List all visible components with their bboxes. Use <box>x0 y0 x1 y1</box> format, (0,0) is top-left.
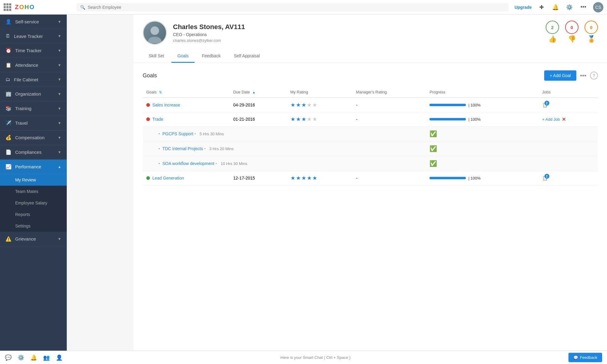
sidebar-item-self-service[interactable]: 👤Self-service ▼ <box>0 15 67 29</box>
svg-point-0 <box>151 26 159 35</box>
employee-avatar <box>143 21 167 45</box>
job-icon[interactable]: 📋2 <box>542 103 548 107</box>
grievance-icon: ⚠️ <box>5 236 12 242</box>
sidebar-item-compliances[interactable]: 📄Compliances ▼ <box>0 145 67 160</box>
negative-badge: 0 👎 <box>565 21 578 43</box>
feedback-button[interactable]: 💬 Feedback <box>568 353 602 362</box>
tab-self-appraisal[interactable]: Self Appraisal <box>228 50 266 63</box>
managers-rating-cell: - <box>352 171 426 185</box>
employee-tabs: Skill Set Goals Feedback Self Appraisal <box>143 50 598 63</box>
job-icon[interactable]: 📋2 <box>542 176 548 180</box>
compliances-icon: 📄 <box>5 149 12 155</box>
table-row: Sales increase 04-29-2016 ★ ★ ★ ★ ★ - <box>143 98 598 112</box>
top-bar-left: ZOHO <box>4 3 70 11</box>
help-icon[interactable]: ? <box>590 72 598 79</box>
sidebar-sub-item-employee-salary[interactable]: Employee Salary <box>0 197 67 209</box>
top-bar: ZOHO 🔍 Upgrade ✚ 🔔 ⚙️ ••• CS <box>0 0 607 15</box>
file-cabinet-icon: 🗂 <box>5 77 10 82</box>
feedback-icon: 💬 <box>573 355 578 360</box>
goals-section-title: Goals <box>143 72 157 79</box>
sub-goal-link-pgcps[interactable]: PGCPS Support <box>162 131 193 136</box>
content-area: Goals + Add Goal ••• ? Goals ⇅ Due Date … <box>134 63 607 351</box>
col-jobs: Jobs <box>539 87 598 98</box>
tab-feedback[interactable]: Feedback <box>196 50 226 63</box>
goals-actions: + Add Goal ••• ? <box>544 70 598 81</box>
sidebar-item-training[interactable]: 📚Training ▼ <box>0 101 67 116</box>
col-progress: Progress <box>426 87 538 98</box>
table-row: • SOA workflow development • 10 Hrs 30 M… <box>143 156 598 171</box>
chevron-icon: ▼ <box>58 20 61 24</box>
svg-point-1 <box>148 37 161 43</box>
goal-link-sales-increase[interactable]: Sales increase <box>152 103 180 107</box>
status-dot-green <box>146 176 150 180</box>
sub-completed-cell: ✅ <box>426 156 538 171</box>
tab-skill-set[interactable]: Skill Set <box>143 50 170 63</box>
sidebar-item-file-cabinet[interactable]: 🗂File Cabinet ▼ <box>0 72 67 87</box>
grid-menu-icon[interactable] <box>4 3 11 11</box>
sidebar: 👤Self-service ▼ 🗓Leave Tracker ▼ ⏰Time T… <box>0 15 67 364</box>
progress-cell: | 100% <box>429 103 535 107</box>
goals-more-button[interactable]: ••• <box>580 72 586 79</box>
sidebar-item-grievance[interactable]: ⚠️Grievance ▼ <box>0 232 67 246</box>
sidebar-item-organization[interactable]: 🏢Organization ▼ <box>0 87 67 101</box>
managers-rating-cell: - <box>352 112 426 126</box>
compensation-icon: 💰 <box>5 135 12 140</box>
table-row: • TDC Internal Projects • 3 Hrs 20 Mins … <box>143 141 598 156</box>
goal-link-trade[interactable]: Trade <box>152 117 163 122</box>
training-icon: 📚 <box>5 106 12 111</box>
add-goal-button[interactable]: + Add Goal <box>544 70 576 81</box>
chevron-icon: ▲ <box>58 165 61 169</box>
add-icon[interactable]: ✚ <box>537 3 546 12</box>
progress-bar <box>429 118 466 120</box>
jobs-cell: + Add Job ✕ <box>542 116 594 122</box>
sidebar-sub-item-reports[interactable]: Reports <box>0 209 67 220</box>
my-rating-stars: ★ ★ ★ ★ ★ <box>290 116 349 123</box>
notifications-icon[interactable]: 🔔 <box>551 3 560 12</box>
users-icon[interactable]: 👥 <box>43 354 50 361</box>
user-avatar[interactable]: CS <box>593 2 603 12</box>
sub-goal-link-tdc[interactable]: TDC Internal Projects <box>162 146 203 151</box>
profile-icon[interactable]: 👤 <box>56 354 63 361</box>
add-job-link[interactable]: + Add Job <box>542 117 560 122</box>
col-due-date[interactable]: Due Date ▲ <box>229 87 287 98</box>
sidebar-item-leave-tracker[interactable]: 🗓Leave Tracker ▼ <box>0 29 67 43</box>
due-date-cell: 04-29-2016 <box>229 98 287 112</box>
sub-goal-cell: • TDC Internal Projects • 3 Hrs 20 Mins <box>146 146 422 151</box>
sidebar-item-travel[interactable]: ✈️Travel ▼ <box>0 116 67 130</box>
goal-link-lead-generation[interactable]: Lead Generation <box>152 176 184 180</box>
search-input[interactable] <box>88 5 505 10</box>
check-icon: ✅ <box>429 145 437 152</box>
award-badge: 0 🏅 <box>585 21 598 43</box>
upgrade-button[interactable]: Upgrade <box>514 5 532 10</box>
sidebar-sub-item-team-mates[interactable]: Team Mates <box>0 186 67 197</box>
employee-email: charles.stones@zylker.com <box>173 38 245 43</box>
sidebar-item-performance[interactable]: 📈Performance ▲ <box>0 160 67 174</box>
chevron-icon: ▼ <box>58 77 61 82</box>
goal-name-cell: Trade <box>146 117 226 122</box>
sidebar-sub-item-settings[interactable]: Settings <box>0 220 67 232</box>
my-rating-stars: ★ ★ ★ ★ ★ <box>290 175 349 181</box>
employee-details: Charles Stones, AV111 CEO - Operations c… <box>173 23 245 43</box>
search-bar[interactable]: 🔍 <box>76 3 508 12</box>
sidebar-sub-item-my-review[interactable]: My Review <box>0 174 67 186</box>
sub-bullet-icon: • <box>158 161 160 166</box>
settings-icon[interactable]: ⚙️ <box>565 3 574 12</box>
tab-goals[interactable]: Goals <box>171 50 195 63</box>
notification-bottom-icon[interactable]: 🔔 <box>30 354 37 361</box>
settings-bottom-icon[interactable]: ⚙️ <box>18 354 24 361</box>
chevron-icon: ▼ <box>58 106 61 111</box>
chat-icon[interactable]: 💬 <box>5 354 12 361</box>
col-goals[interactable]: Goals ⇅ <box>143 87 229 98</box>
progress-cell: | 100% <box>429 176 535 180</box>
sidebar-item-attendance[interactable]: 📋Attendance ▼ <box>0 58 67 72</box>
feedback-label: Feedback <box>580 355 597 360</box>
col-my-rating: My Rating <box>287 87 352 98</box>
sidebar-item-time-tracker[interactable]: ⏰Time Tracker ▼ <box>0 43 67 58</box>
remove-job-button[interactable]: ✕ <box>562 116 566 122</box>
sub-goal-link-soa[interactable]: SOA workflow development <box>162 161 214 166</box>
sidebar-item-compensation[interactable]: 💰Compensation ▼ <box>0 130 67 145</box>
thumbs-up-icon: 👍 <box>548 35 557 43</box>
leave-tracker-icon: 🗓 <box>5 33 10 39</box>
employee-title: CEO - Operations <box>173 32 245 37</box>
more-options-icon[interactable]: ••• <box>579 3 588 12</box>
